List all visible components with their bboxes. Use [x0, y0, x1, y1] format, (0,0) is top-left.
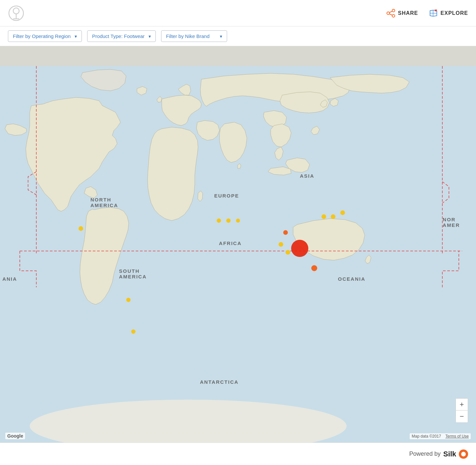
map-dot[interactable] — [340, 210, 345, 215]
map-dot[interactable] — [79, 226, 83, 231]
map-dot[interactable] — [331, 214, 335, 219]
terms-link[interactable]: Terms of Use — [445, 434, 469, 439]
brand-filter-label: Filter by Nike Brand — [166, 33, 210, 39]
map-dot[interactable] — [217, 219, 221, 223]
header: SHARE EXPLORE — [0, 0, 476, 26]
product-filter-label: Product Type: Footwear — [92, 33, 145, 39]
svg-line-7 — [389, 11, 392, 13]
region-filter-dropdown[interactable]: Filter by Operating Region ▾ — [8, 30, 82, 42]
svg-point-4 — [392, 9, 395, 12]
google-logo: Google — [5, 433, 25, 439]
svg-point-1 — [13, 8, 19, 14]
map-dot-large[interactable] — [291, 240, 308, 257]
svg-point-6 — [387, 12, 390, 15]
silk-footer: Powered by Silk — [0, 443, 476, 465]
map-dot[interactable] — [131, 330, 135, 334]
zoom-controls: + − — [456, 398, 468, 423]
filter-bar: Filter by Operating Region ▾ Product Typ… — [0, 26, 476, 46]
share-button[interactable]: SHARE — [386, 9, 418, 18]
brand-filter-chevron: ▾ — [220, 34, 222, 39]
zoom-in-button[interactable]: + — [456, 399, 468, 411]
share-icon — [386, 9, 395, 18]
product-filter-chevron: ▾ — [149, 34, 151, 39]
brand-filter-dropdown[interactable]: Filter by Nike Brand ▾ — [161, 30, 227, 42]
site-logo — [8, 5, 24, 21]
silk-logo-icon — [459, 449, 468, 459]
share-label: SHARE — [398, 10, 418, 16]
map-dot[interactable] — [279, 242, 283, 247]
explore-button[interactable]: EXPLORE — [429, 9, 468, 18]
explore-label: EXPLORE — [441, 10, 468, 16]
map-dot[interactable] — [286, 250, 290, 255]
map-footer-right: Map data ©2017 Terms of Use — [410, 433, 471, 439]
world-map-svg — [0, 46, 476, 443]
silk-brand-label: Silk — [443, 450, 456, 458]
map-container[interactable]: NORTH AMERICA SOUTH AMERICA EUROPE AFRIC… — [0, 46, 476, 443]
svg-rect-12 — [0, 46, 476, 66]
svg-point-5 — [392, 15, 395, 17]
map-dot[interactable] — [126, 298, 131, 302]
zoom-out-button[interactable]: − — [456, 411, 468, 422]
explore-icon — [429, 9, 438, 18]
map-dot[interactable] — [311, 265, 317, 271]
map-dot[interactable] — [226, 219, 231, 223]
svg-line-8 — [389, 14, 392, 15]
map-dot[interactable] — [322, 214, 326, 219]
map-dot[interactable] — [236, 219, 240, 223]
region-filter-label: Filter by Operating Region — [13, 33, 71, 39]
map-dot[interactable] — [283, 230, 288, 235]
map-data-label: Map data ©2017 — [412, 434, 441, 439]
powered-by-label: Powered by — [409, 450, 441, 457]
header-actions: SHARE EXPLORE — [386, 9, 468, 18]
product-filter-dropdown[interactable]: Product Type: Footwear ▾ — [87, 30, 156, 42]
region-filter-chevron: ▾ — [75, 34, 77, 39]
